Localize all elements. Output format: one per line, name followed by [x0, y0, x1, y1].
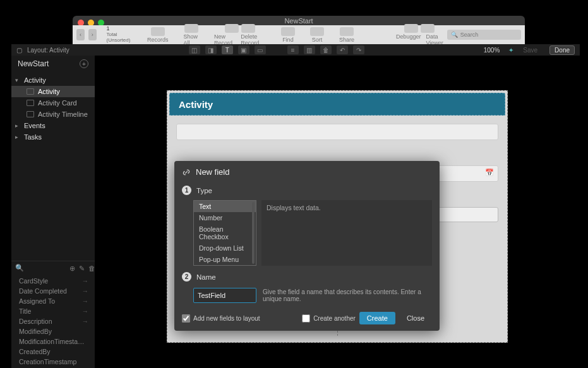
canvas-field-placeholder[interactable]	[176, 124, 498, 140]
toolbar-showall-section: Show All	[184, 24, 200, 46]
chevron-right-icon: ▸	[15, 122, 20, 129]
create-another-checkbox[interactable]: Create another	[302, 314, 356, 323]
field-type-list[interactable]: Text Number Boolean Checkbox Drop-down L…	[193, 200, 256, 266]
drag-handle-icon: →	[82, 287, 89, 295]
text-tool-button[interactable]: T	[222, 45, 233, 54]
modal-title: New field	[196, 167, 229, 177]
type-option-checkboxset[interactable]: Checkbox Set	[194, 265, 256, 266]
parent-toolbar: ‹ › 1 Total (Unsorted) Records Show All …	[73, 25, 525, 44]
redo-button[interactable]: ↷	[353, 45, 364, 54]
type-option-dropdown[interactable]: Drop-down List	[194, 242, 256, 254]
tree-item-activity-timeline[interactable]: Activity Timeline	[11, 109, 95, 120]
delete-tool-button[interactable]: 🗑	[320, 45, 332, 54]
editor-toolbar: ▢ Layout: Activity ◫ ◨ T ▣ ▭ ≡ ▥ 🗑 ↶ ↷ 1…	[11, 44, 580, 56]
share-button[interactable]	[340, 27, 354, 36]
step-type-row: 1 Type	[174, 182, 440, 198]
field-row[interactable]: CreatedBy	[11, 347, 95, 357]
step-1-badge: 1	[182, 186, 191, 195]
sort-button[interactable]	[310, 27, 324, 36]
save-button[interactable]: Save	[519, 46, 542, 54]
type-option-text[interactable]: Text	[194, 201, 256, 212]
field-row[interactable]: CreationTimestamp	[11, 357, 95, 367]
find-label: Find	[282, 37, 294, 43]
pane-left-toggle[interactable]: ◫	[189, 45, 200, 54]
show-all-button[interactable]	[184, 24, 198, 33]
toolbar-share-section: Share	[339, 27, 354, 43]
add-layout-button[interactable]: +	[80, 59, 88, 68]
nav-back-button[interactable]: ‹	[76, 29, 85, 40]
step-name-label: Name	[196, 273, 216, 281]
group-tool-button[interactable]: ▥	[304, 45, 315, 54]
field-row[interactable]: CardStyle→	[11, 276, 95, 286]
drag-handle-icon: →	[82, 318, 89, 325]
tree-section-activity[interactable]: ▾ Activity	[11, 74, 95, 86]
card-header[interactable]: Activity	[169, 93, 505, 116]
add-to-layout-input[interactable]	[182, 314, 190, 323]
tree-item-activity[interactable]: Activity	[11, 86, 95, 97]
debugger-button[interactable]	[404, 24, 418, 33]
undo-button[interactable]: ↶	[337, 45, 348, 54]
share-label: Share	[339, 37, 354, 43]
search-icon: 🔍	[15, 264, 24, 272]
layout-sidebar: NewStart + ▾ Activity Activity Activity …	[11, 56, 95, 368]
field-row[interactable]: ModificationTimesta…	[11, 336, 95, 347]
tree-section-label: Activity	[24, 76, 46, 84]
create-button[interactable]: Create	[359, 312, 395, 324]
step-type-label: Type	[196, 187, 212, 194]
file-name: NewStart	[18, 59, 49, 68]
done-button[interactable]: Done	[549, 45, 575, 55]
field-row[interactable]: Assigned To→	[11, 296, 95, 306]
edit-field-button[interactable]: ✎	[79, 264, 85, 272]
nav-forward-button[interactable]: ›	[88, 29, 97, 40]
records-pane-button[interactable]	[151, 27, 165, 36]
tree-section-events[interactable]: ▸ Events	[11, 120, 95, 131]
find-button[interactable]	[281, 27, 295, 36]
image-tool-button[interactable]: ▣	[238, 45, 249, 54]
field-label: CreationTimestamp	[19, 358, 76, 365]
align-tool-button[interactable]: ≡	[287, 45, 299, 54]
field-row[interactable]: Title→	[11, 306, 95, 316]
pane-right-toggle[interactable]: ◨	[205, 45, 217, 54]
tree-section-tasks[interactable]: ▸ Tasks	[11, 131, 95, 143]
layout-editor-window: ▢ Layout: Activity ◫ ◨ T ▣ ▭ ≡ ▥ 🗑 ↶ ↷ 1…	[11, 44, 580, 368]
field-label: Title	[19, 307, 31, 315]
field-row[interactable]: Description→	[11, 316, 95, 326]
records-label: Records	[147, 37, 169, 43]
close-button[interactable]: Close	[399, 312, 432, 324]
wand-icon[interactable]: ✦	[508, 47, 513, 54]
zoom-level[interactable]: 100%	[484, 47, 500, 54]
field-icon	[182, 168, 191, 177]
field-row[interactable]: ModifiedBy	[11, 326, 95, 336]
tree-item-label: Activity	[38, 88, 60, 95]
add-field-button[interactable]: ⊕	[69, 264, 75, 272]
toolbar-debugger-section: Debugger Data Viewer	[396, 24, 443, 46]
sort-label: Sort	[312, 37, 323, 43]
create-another-input[interactable]	[302, 314, 310, 323]
drag-handle-icon: →	[82, 297, 89, 305]
field-row[interactable]: Date Completed→	[11, 286, 95, 296]
name-hint: Give the field a name that describes its…	[263, 288, 432, 302]
field-name-input[interactable]	[193, 288, 256, 303]
parent-search-field[interactable]: 🔍 Search	[447, 30, 521, 40]
button-tool-button[interactable]: ▭	[255, 45, 266, 54]
field-label: ModificationTimesta…	[19, 338, 84, 345]
chevron-down-icon: ▾	[15, 77, 20, 83]
layout-icon	[27, 111, 34, 117]
new-record-button[interactable]	[225, 24, 239, 33]
data-viewer-button[interactable]	[421, 24, 435, 33]
modal-footer: Add new fields to layout Create another …	[174, 306, 440, 324]
add-to-layout-checkbox[interactable]: Add new fields to layout	[182, 314, 260, 323]
card-header-title: Activity	[179, 99, 213, 110]
tree-item-activity-card[interactable]: Activity Card	[11, 97, 95, 109]
field-search-input[interactable]	[28, 264, 66, 272]
type-description: Displays text data.	[261, 200, 432, 266]
record-total: Total (Unsorted)	[107, 32, 132, 44]
layout-icon: ▢	[16, 47, 22, 54]
type-option-number[interactable]: Number	[194, 212, 256, 223]
step-2-badge: 2	[182, 272, 191, 282]
type-option-popup[interactable]: Pop-up Menu	[194, 254, 256, 265]
type-option-boolean[interactable]: Boolean Checkbox	[194, 223, 256, 242]
delete-record-button[interactable]	[241, 24, 255, 33]
field-label: ModifiedBy	[19, 328, 52, 335]
breadcrumb: Layout: Activity	[27, 47, 69, 54]
